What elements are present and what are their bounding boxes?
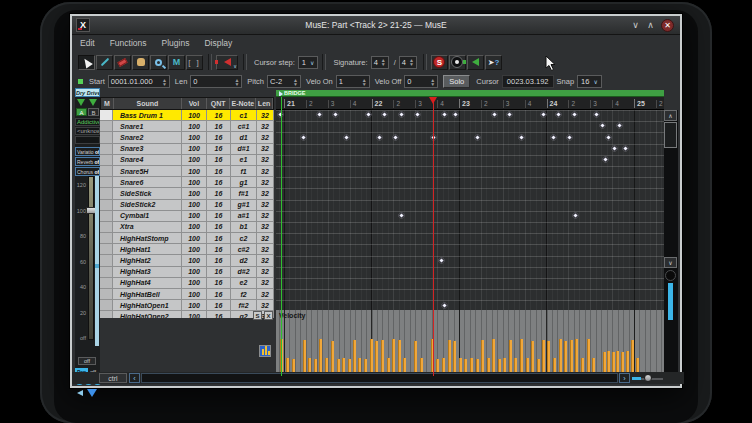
scroll-right-button[interactable]: › [619, 373, 630, 383]
drum-note[interactable] [571, 111, 578, 118]
drum-note[interactable] [611, 145, 618, 152]
menu-edit[interactable]: Edit [80, 38, 95, 48]
pitch-spinbox[interactable]: C-2 ▲▼ [267, 75, 301, 88]
synth-name-label[interactable]: Addictive D [75, 118, 100, 126]
drum-note[interactable] [602, 156, 609, 163]
scroll-down-button[interactable]: ∨ [664, 257, 677, 268]
drum-note[interactable] [572, 212, 579, 219]
drum-row-highhat2[interactable]: HighHat210016d232 [100, 255, 274, 266]
drum-row-xtra[interactable]: Xtra10016b132 [100, 222, 274, 233]
drum-row-snare2[interactable]: Snare210016d132 [100, 132, 274, 143]
zoom-tool-button[interactable] [150, 55, 167, 70]
step-record-button[interactable]: S [431, 55, 448, 70]
velocity-bar[interactable] [559, 339, 562, 374]
drum-note[interactable] [550, 133, 557, 140]
menu-display[interactable]: Display [204, 38, 232, 48]
drum-row-highhatbell[interactable]: HighHatBell10016f232 [100, 289, 274, 300]
drum-note[interactable] [414, 111, 421, 118]
drum-row-cymbal1[interactable]: Cymbal110016a#132 [100, 211, 274, 222]
drum-note[interactable] [316, 111, 323, 118]
velocity-bar[interactable] [570, 340, 573, 374]
acoustic-feedback-button[interactable]: ∨ [216, 55, 238, 70]
drum-row-sidestick[interactable]: SideStick10016f#132 [100, 188, 274, 199]
cursor-step-select[interactable]: 1 ∨ [298, 56, 319, 69]
controller-s-button[interactable]: S [253, 311, 262, 320]
velocity-bar[interactable] [319, 339, 322, 374]
drum-note[interactable] [474, 133, 481, 140]
vertical-zoom-slider[interactable] [668, 283, 673, 320]
velocity-bar[interactable] [531, 341, 534, 374]
velocity-bar[interactable] [331, 341, 334, 374]
hzoom-slider-knob[interactable] [644, 374, 652, 382]
playhead-marker[interactable] [429, 97, 437, 104]
velocity-bar[interactable] [448, 340, 451, 374]
drum-note[interactable] [616, 122, 623, 129]
velocity-bar[interactable] [453, 341, 456, 374]
play-events-button[interactable] [467, 55, 484, 70]
eraser-tool-button[interactable] [114, 55, 131, 70]
drum-note[interactable] [438, 257, 445, 264]
velocity-bar[interactable] [392, 339, 395, 374]
close-button[interactable]: ✕ [661, 19, 674, 32]
velocity-bar[interactable] [575, 339, 578, 374]
velocity-panel[interactable]: Velocity [276, 310, 664, 376]
velocity-bar[interactable] [375, 341, 378, 374]
collapse-arrow-icon[interactable] [87, 389, 97, 397]
velocity-bar[interactable] [587, 339, 590, 374]
variation-fx-button[interactable]: Variatio off [75, 147, 100, 156]
drum-row-sidestick2[interactable]: SideStick210016g#132 [100, 200, 274, 211]
drum-note[interactable] [300, 133, 307, 140]
drum-note[interactable] [441, 111, 448, 118]
drum-row-snare4[interactable]: Snare410016e132 [100, 155, 274, 166]
velocity-bar[interactable] [616, 351, 619, 374]
drum-row-highhat1[interactable]: HighHat110016c#232 [100, 244, 274, 255]
drum-row-snare5h[interactable]: Snare5H10016f132 [100, 166, 274, 177]
velo-on-spinbox[interactable]: 1 ▲▼ [336, 75, 370, 88]
len-spinbox[interactable]: 0 ▲▼ [190, 75, 242, 88]
velocity-bar[interactable] [626, 351, 629, 374]
pencil-tool-button[interactable] [96, 55, 113, 70]
drum-note[interactable] [622, 145, 629, 152]
drum-row-snare3[interactable]: Snare310016d#132 [100, 144, 274, 155]
drum-note[interactable] [392, 133, 399, 140]
velocity-bar[interactable] [607, 351, 610, 374]
start-spinbox[interactable]: 0001.01.000 ▲▼ [108, 75, 170, 88]
drum-row-bass-drum-1[interactable]: Bass Drum 110016c132 [100, 110, 274, 121]
title-bar[interactable]: X MusE: Part <Track 2> 21-25 — MusE ∨ ∧ … [72, 16, 680, 35]
velocity-bar[interactable] [612, 352, 615, 374]
drum-note[interactable] [332, 111, 339, 118]
velocity-bar[interactable] [542, 340, 545, 374]
velocity-bar[interactable] [509, 340, 512, 374]
drum-note[interactable] [593, 111, 600, 118]
velocity-bar[interactable] [481, 340, 484, 374]
drum-note[interactable] [381, 111, 388, 118]
velo-off-spinbox[interactable]: 0 ▲▼ [404, 75, 438, 88]
layer-a-button[interactable]: A [76, 108, 87, 116]
vertical-scrollbar[interactable]: ∧ ∨ [664, 110, 678, 376]
drum-row-snare6[interactable]: Snare610016g132 [100, 177, 274, 188]
drum-note[interactable] [506, 111, 513, 118]
minimize-button[interactable]: ∨ [629, 19, 642, 32]
controller-select-icon[interactable] [259, 345, 271, 357]
speaker-icon[interactable] [77, 390, 83, 396]
velocity-bar[interactable] [631, 340, 634, 374]
velocity-bar[interactable] [564, 341, 567, 374]
maximize-button[interactable]: ∧ [644, 19, 657, 32]
velocity-bar[interactable] [414, 341, 417, 374]
vertical-zoom-knob[interactable] [665, 270, 676, 281]
pan-tool-button[interactable] [132, 55, 149, 70]
ctrl-button[interactable]: ctrl [99, 373, 127, 383]
drum-note[interactable] [441, 301, 448, 308]
drum-note[interactable] [540, 111, 547, 118]
drum-note[interactable] [376, 133, 383, 140]
drum-note[interactable] [398, 212, 405, 219]
chorus-fx-button[interactable]: Chorus off [75, 167, 100, 176]
signature-denominator-spinbox[interactable]: 4 ▲▼ [399, 56, 417, 69]
volume-fader-track[interactable] [88, 176, 94, 340]
velocity-bar[interactable] [353, 340, 356, 374]
drum-row-highhatopen1[interactable]: HighHatOpen110016f#232 [100, 300, 274, 311]
drum-row-snare1[interactable]: Snare110016c#132 [100, 121, 274, 132]
timeline-ruler[interactable]: 21234222342323424234252 [276, 97, 664, 110]
velocity-bar[interactable] [303, 340, 306, 374]
velocity-bar[interactable] [398, 340, 401, 374]
